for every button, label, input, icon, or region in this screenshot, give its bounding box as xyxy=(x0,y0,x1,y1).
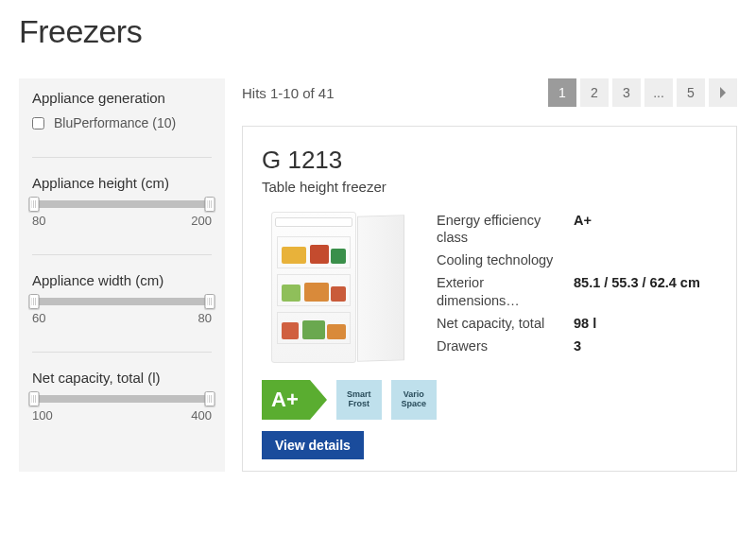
width-min: 60 xyxy=(32,311,45,325)
spec-capacity-label: Net capacity, total xyxy=(437,315,574,332)
spec-energy-label: Energy efficiency class xyxy=(437,212,574,246)
height-min: 80 xyxy=(32,214,45,228)
filter-width: Appliance width (cm) 60 80 xyxy=(32,272,212,353)
product-title: G 1213 xyxy=(262,146,717,175)
product-badges: A+ Smart Frost Vario Space xyxy=(262,380,717,420)
filter-height-title: Appliance height (cm) xyxy=(32,175,212,191)
filter-sidebar: Appliance generation BluPerformance (10)… xyxy=(19,78,225,472)
page-next-button[interactable] xyxy=(709,78,737,107)
product-card: G 1213 Table height freezer xyxy=(242,126,737,472)
energy-badge: A+ xyxy=(262,380,327,420)
page-3-button[interactable]: 3 xyxy=(612,78,641,107)
height-max: 200 xyxy=(191,214,212,228)
arrow-right-icon xyxy=(310,380,327,420)
height-slider[interactable] xyxy=(34,200,210,208)
energy-badge-text: A+ xyxy=(262,380,310,420)
product-specs: Energy efficiency class A+ Cooling techn… xyxy=(437,212,717,363)
spec-dimensions-value: 85.1 / 55.3 / 62.4 cm xyxy=(574,274,700,308)
spec-energy-value: A+ xyxy=(574,212,592,246)
spec-capacity-value: 98 l xyxy=(574,315,596,332)
variospace-badge: Vario Space xyxy=(391,380,437,420)
pagination: 1 2 3 ... 5 xyxy=(548,78,737,107)
width-slider[interactable] xyxy=(34,298,210,305)
page-title: Freezers xyxy=(19,13,737,50)
width-slider-max-handle[interactable] xyxy=(205,294,215,309)
product-subtitle: Table height freezer xyxy=(262,179,717,195)
spec-drawers-label: Drawers xyxy=(437,337,574,354)
filter-capacity-title: Net capacity, total (l) xyxy=(32,370,212,386)
spec-cooling-label: Cooling technology xyxy=(437,251,574,268)
filter-bluperformance-checkbox[interactable] xyxy=(32,117,44,129)
filter-capacity: Net capacity, total (l) 100 400 xyxy=(32,370,212,449)
results-count: Hits 1-10 of 41 xyxy=(242,85,335,101)
filter-generation: Appliance generation BluPerformance (10) xyxy=(32,90,212,158)
filter-height: Appliance height (cm) 80 200 xyxy=(32,175,212,255)
capacity-slider-max-handle[interactable] xyxy=(205,391,215,406)
page-5-button[interactable]: 5 xyxy=(677,78,705,107)
filter-width-title: Appliance width (cm) xyxy=(32,272,212,288)
spec-dimensions-label: Exterior dimensions… xyxy=(437,274,574,308)
spec-drawers-value: 3 xyxy=(574,337,581,354)
filter-bluperformance-label: BluPerformance (10) xyxy=(54,115,176,130)
page-2-button[interactable]: 2 xyxy=(580,78,609,107)
capacity-slider-min-handle[interactable] xyxy=(29,391,40,406)
page-ellipsis: ... xyxy=(644,78,673,107)
results-area: Hits 1-10 of 41 1 2 3 ... 5 G 1213 Table… xyxy=(242,78,737,472)
height-slider-min-handle[interactable] xyxy=(29,197,40,212)
width-max: 80 xyxy=(198,311,212,325)
page-1-button[interactable]: 1 xyxy=(548,78,576,107)
height-slider-max-handle[interactable] xyxy=(205,197,215,212)
view-details-button[interactable]: View details xyxy=(262,431,364,459)
filter-generation-title: Appliance generation xyxy=(32,90,212,106)
smartfrost-badge: Smart Frost xyxy=(336,380,382,420)
capacity-min: 100 xyxy=(32,408,53,423)
product-image xyxy=(262,212,408,363)
capacity-slider[interactable] xyxy=(34,395,210,403)
chevron-right-icon xyxy=(719,87,727,98)
capacity-max: 400 xyxy=(191,408,212,423)
filter-bluperformance[interactable]: BluPerformance (10) xyxy=(32,115,212,130)
width-slider-min-handle[interactable] xyxy=(29,294,40,309)
